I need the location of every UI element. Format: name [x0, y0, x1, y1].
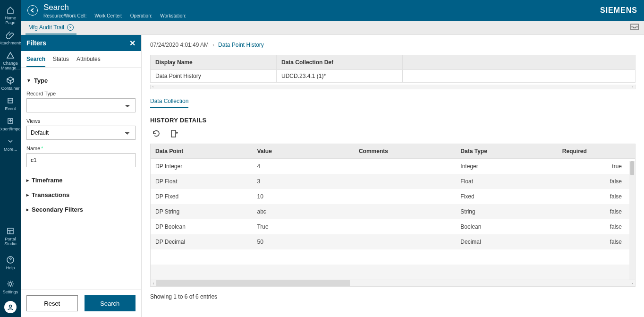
entries-summary: Showing 1 to 6 of 6 entries: [150, 293, 636, 300]
svg-point-2: [9, 305, 12, 308]
rail-container[interactable]: Container: [0, 73, 21, 94]
help-icon: [6, 256, 15, 264]
cell-comments: [354, 159, 456, 174]
breadcrumb-current: Data Point History: [218, 42, 264, 48]
col-value[interactable]: Value: [252, 144, 354, 159]
table-row[interactable]: DP Integer4Integertrue: [151, 159, 635, 174]
breadcrumb-prev[interactable]: 07/24/2020 4:01:49 AM: [150, 42, 209, 48]
rail-portal-studio[interactable]: Portal Studio: [0, 224, 21, 249]
rail-label: More...: [4, 147, 17, 152]
rail-label: Settings: [3, 290, 18, 294]
grid-v-scrollbar[interactable]: [629, 161, 635, 280]
table-row[interactable]: DP Float3Floatfalse: [151, 174, 635, 189]
info-display-name: Data Point History: [151, 70, 277, 83]
refresh-button[interactable]: [150, 128, 162, 140]
cell-data-point: DP Boolean: [151, 219, 252, 234]
rail-change-manage[interactable]: Change Manage...: [0, 48, 21, 73]
filter-tab-status[interactable]: Status: [53, 56, 69, 67]
cell-data-point: DP Float: [151, 174, 252, 189]
inbox-icon: [630, 23, 639, 31]
nav-rail: Home Page Attachments Change Manage... C…: [0, 0, 21, 317]
rail-label: Portal Studio: [0, 237, 21, 246]
filter-tab-search[interactable]: Search: [26, 56, 45, 67]
info-table: Display Name Data Collection Def Data Po…: [150, 55, 636, 83]
rail-home[interactable]: Home Page: [0, 3, 21, 28]
cell-data-type: Decimal: [456, 234, 557, 249]
info-h-scrollbar[interactable]: ‹›: [150, 85, 636, 89]
gear-icon: [6, 280, 15, 288]
rail-help[interactable]: Help: [0, 253, 21, 273]
cell-required: true: [558, 159, 635, 174]
caret-right-icon: ▸: [26, 178, 29, 183]
table-row[interactable]: DP Fixed10Fixedfalse: [151, 189, 635, 204]
cell-comments: [354, 234, 456, 249]
close-filters-icon[interactable]: ✕: [129, 39, 136, 48]
filter-tab-attributes[interactable]: Attributes: [76, 56, 101, 67]
tab-mfg-audit-trail[interactable]: Mfg Audit Trail ×: [25, 21, 76, 34]
section-transactions[interactable]: ▸Transactions: [26, 188, 136, 202]
cell-data-type: String: [456, 204, 557, 219]
table-row-empty: [151, 249, 635, 265]
rail-label: Container: [1, 86, 19, 91]
caret-right-icon: ▸: [26, 192, 29, 197]
table-row[interactable]: DP Decimal50Decimalfalse: [151, 234, 635, 249]
rail-export-import[interactable]: Export/Import: [0, 114, 21, 134]
section-timeframe[interactable]: ▸Timeframe: [26, 173, 136, 188]
filter-tabs: Search Status Attributes: [21, 51, 141, 68]
cell-comments: [354, 219, 456, 234]
name-label: Name*: [26, 146, 136, 151]
cell-value: 4: [252, 159, 354, 174]
rail-settings[interactable]: Settings: [0, 277, 21, 297]
col-data-point[interactable]: Data Point: [151, 144, 252, 159]
section-secondary-filters[interactable]: ▸Secondary Filters: [26, 202, 136, 217]
user-icon: [7, 304, 14, 310]
brand-logo: SIEMENS: [600, 6, 637, 15]
triangle-icon: [6, 51, 15, 60]
section-type[interactable]: ▼Type: [26, 73, 136, 88]
col-comments[interactable]: Comments: [354, 144, 456, 159]
tab-label: Mfg Audit Trail: [28, 24, 64, 31]
tab-data-collection[interactable]: Data Collection: [150, 98, 188, 108]
grid-h-scrollbar[interactable]: ‹›: [150, 280, 636, 287]
rail-more[interactable]: More...: [0, 134, 21, 154]
cell-data-point: DP Decimal: [151, 234, 252, 249]
history-title: HISTORY DETAILS: [150, 117, 636, 124]
record-type-select[interactable]: [26, 98, 136, 112]
cell-required: false: [558, 219, 635, 234]
cell-value: 50: [252, 234, 354, 249]
search-button[interactable]: Search: [85, 295, 136, 311]
table-row[interactable]: DP StringabcStringfalse: [151, 204, 635, 219]
info-col-display-name: Display Name: [151, 55, 277, 70]
context-bar: Resource/Work Cell: Work Center: Operati…: [43, 13, 193, 18]
paperclip-icon: [6, 31, 15, 39]
caret-down-icon: ▼: [26, 78, 31, 83]
col-required[interactable]: Required: [558, 144, 635, 159]
history-grid: Data Point Value Comments Data Type Requ…: [150, 144, 636, 280]
views-label: Views: [26, 118, 136, 124]
name-input[interactable]: [26, 153, 136, 167]
export-button[interactable]: [168, 128, 180, 140]
rail-label: Help: [6, 266, 15, 270]
rail-event[interactable]: Event: [0, 94, 21, 114]
cell-comments: [354, 174, 456, 189]
filters-panel: Filters ✕ Search Status Attributes ▼Type…: [21, 35, 142, 317]
rail-label: Home Page: [0, 16, 21, 25]
user-avatar[interactable]: [4, 301, 17, 313]
record-type-label: Record Type: [26, 91, 136, 96]
chevron-down-icon: [6, 137, 15, 146]
cell-value: 3: [252, 174, 354, 189]
info-col-empty: [403, 55, 636, 70]
cell-comments: [354, 189, 456, 204]
rail-label: Event: [5, 106, 16, 111]
back-button[interactable]: [27, 5, 38, 16]
inbox-button[interactable]: [630, 23, 639, 33]
rail-attachments[interactable]: Attachments: [0, 28, 21, 48]
home-icon: [6, 6, 15, 14]
reset-button[interactable]: Reset: [26, 295, 78, 311]
event-icon: [6, 96, 15, 105]
views-select[interactable]: Default: [26, 126, 136, 140]
col-data-type[interactable]: Data Type: [456, 144, 557, 159]
table-row[interactable]: DP BooleanTrueBooleanfalse: [151, 219, 635, 234]
cell-data-point: DP String: [151, 204, 252, 219]
tab-close-icon[interactable]: ×: [67, 24, 74, 31]
